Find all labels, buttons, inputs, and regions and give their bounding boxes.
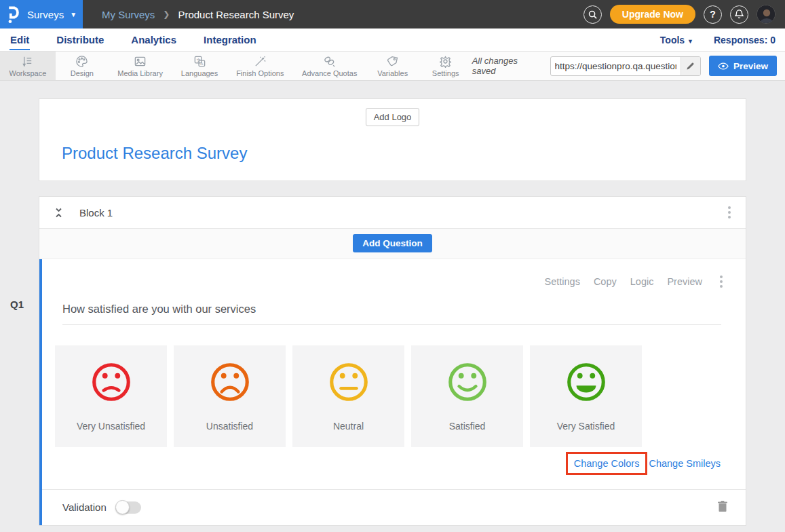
question-text[interactable]: How satisfied are you with our services bbox=[62, 303, 746, 316]
search-button[interactable] bbox=[583, 5, 602, 24]
survey-header-card: Add Logo Product Research Survey bbox=[39, 98, 746, 181]
chevron-down-icon: ▼ bbox=[70, 11, 77, 18]
smiley-very-unsatisfied-icon bbox=[89, 360, 134, 404]
toolbar-item-settings[interactable]: Settings bbox=[419, 52, 472, 80]
trash-icon bbox=[717, 500, 728, 512]
tab-distribute[interactable]: Distribute bbox=[56, 30, 104, 50]
question-actions: Settings Copy Logic Preview bbox=[42, 259, 746, 290]
search-icon bbox=[588, 10, 597, 19]
toolbar-item-design[interactable]: Design bbox=[56, 52, 109, 80]
option-unsatisfied[interactable]: Unsatisfied bbox=[174, 345, 286, 447]
navbar-actions: Upgrade Now ? bbox=[583, 5, 785, 24]
question-menu-kebab-icon[interactable] bbox=[716, 273, 727, 290]
top-navbar: Surveys ▼ My Surveys ❯ Product Research … bbox=[0, 0, 785, 28]
question-card: Settings Copy Logic Preview How satisfie… bbox=[39, 259, 746, 525]
gear-icon bbox=[439, 55, 452, 68]
edit-url-button[interactable] bbox=[681, 57, 700, 75]
breadcrumb-survey-title: Product Research Survey bbox=[178, 9, 294, 20]
change-smileys-link[interactable]: Change Smileys bbox=[649, 458, 721, 469]
breadcrumb: My Surveys ❯ Product Research Survey bbox=[102, 9, 294, 20]
breadcrumb-chevron-icon: ❯ bbox=[163, 10, 170, 19]
block-title[interactable]: Block 1 bbox=[79, 207, 113, 218]
question-preview-link[interactable]: Preview bbox=[667, 276, 702, 287]
add-question-button-top[interactable]: Add Question bbox=[353, 234, 432, 252]
toolbar-item-advance-quotas[interactable]: Advance Quotas bbox=[293, 52, 366, 80]
editor-toolbar: Workspace Design Media Library 文A Langua… bbox=[0, 52, 785, 81]
block-menu-kebab-icon[interactable] bbox=[724, 204, 735, 221]
option-label: Satisfied bbox=[449, 421, 486, 432]
question-id: Q1 bbox=[10, 299, 24, 310]
option-very-unsatisfied[interactable]: Very Unsatisfied bbox=[55, 345, 167, 447]
palette-icon bbox=[75, 55, 88, 68]
add-logo-wrap: Add Logo bbox=[39, 108, 746, 126]
validation-label: Validation bbox=[62, 501, 107, 513]
tabrow-right: Tools ▼ Responses: 0 bbox=[660, 35, 776, 45]
preview-button[interactable]: Preview bbox=[709, 56, 777, 76]
toolbar-item-workspace[interactable]: Workspace bbox=[0, 52, 56, 80]
option-satisfied[interactable]: Satisfied bbox=[411, 345, 523, 447]
product-name: Surveys bbox=[27, 9, 64, 20]
translate-icon: 文A bbox=[193, 55, 206, 68]
chain-link-icon bbox=[323, 55, 336, 68]
save-status: All changes saved bbox=[472, 56, 542, 76]
pencil-icon bbox=[686, 62, 695, 71]
tab-integration[interactable]: Integration bbox=[203, 30, 257, 50]
toolbar-item-languages[interactable]: 文A Languages bbox=[172, 52, 227, 80]
block-header: Block 1 bbox=[39, 197, 746, 229]
tag-icon bbox=[386, 55, 399, 68]
validation-toggle[interactable] bbox=[115, 501, 141, 514]
question-wrap: Q1 Settings Copy Logic Preview How satis… bbox=[39, 259, 746, 525]
delete-question-button[interactable] bbox=[717, 500, 728, 514]
collapse-block-button[interactable] bbox=[53, 206, 64, 219]
smiley-satisfied-icon bbox=[445, 360, 490, 404]
question-divider bbox=[62, 324, 721, 325]
app-logo-menu[interactable]: Surveys ▼ bbox=[0, 0, 83, 28]
notifications-button[interactable] bbox=[730, 5, 748, 24]
change-links-row: Change Colors Change Smileys bbox=[42, 452, 721, 475]
avatar-photo bbox=[757, 5, 776, 24]
toolbar-item-finish-options[interactable]: Finish Options bbox=[227, 52, 293, 80]
tab-analytics[interactable]: Analytics bbox=[130, 30, 177, 50]
option-very-satisfied[interactable]: Very Satisfied bbox=[530, 345, 642, 447]
questionpro-logo-icon bbox=[6, 5, 21, 24]
block-footer-row: Add Question ✂Page Break ☑Separator bbox=[39, 526, 746, 532]
bell-icon bbox=[735, 10, 744, 19]
question-settings-link[interactable]: Settings bbox=[544, 276, 579, 287]
survey-editor-canvas: Add Logo Product Research Survey Block 1… bbox=[0, 81, 785, 532]
svg-text:A: A bbox=[200, 61, 204, 66]
toolbar-item-variables[interactable]: Variables bbox=[366, 52, 419, 80]
toggle-knob bbox=[115, 500, 130, 514]
block-card: Block 1 Add Question Q1 Settings Copy Lo… bbox=[39, 196, 746, 526]
toolbar-right: All changes saved Preview bbox=[472, 52, 785, 80]
survey-url-input[interactable] bbox=[551, 61, 681, 71]
survey-url-group bbox=[550, 56, 701, 76]
tools-menu[interactable]: Tools ▼ bbox=[660, 35, 693, 45]
breadcrumb-my-surveys[interactable]: My Surveys bbox=[102, 9, 155, 20]
responses-count: Responses: 0 bbox=[714, 35, 776, 45]
option-neutral[interactable]: Neutral bbox=[292, 345, 404, 447]
add-logo-button[interactable]: Add Logo bbox=[366, 108, 420, 126]
eye-icon bbox=[718, 62, 729, 70]
smiley-unsatisfied-icon bbox=[208, 360, 252, 404]
change-colors-highlight-box: Change Colors bbox=[566, 452, 648, 475]
smiley-neutral-icon bbox=[326, 360, 371, 404]
option-label: Very Unsatisfied bbox=[77, 421, 145, 432]
question-copy-link[interactable]: Copy bbox=[594, 276, 617, 287]
survey-section-tabs: Edit Distribute Analytics Integration To… bbox=[0, 28, 785, 52]
collapse-icon bbox=[54, 208, 63, 218]
smiley-options: Very Unsatisfied Unsatisfied Neutral Sat… bbox=[55, 345, 746, 447]
workspace-icon bbox=[21, 55, 34, 68]
user-avatar[interactable] bbox=[757, 5, 776, 24]
toolbar-item-media-library[interactable]: Media Library bbox=[109, 52, 172, 80]
upgrade-now-button[interactable]: Upgrade Now bbox=[610, 5, 695, 24]
chevron-down-icon: ▼ bbox=[687, 38, 693, 45]
question-logic-link[interactable]: Logic bbox=[630, 276, 654, 287]
survey-title[interactable]: Product Research Survey bbox=[62, 144, 746, 163]
add-question-strip: Add Question bbox=[39, 229, 746, 259]
change-colors-link[interactable]: Change Colors bbox=[574, 458, 640, 469]
tab-edit[interactable]: Edit bbox=[9, 30, 30, 50]
magic-wand-icon bbox=[254, 55, 267, 68]
option-label: Unsatisfied bbox=[206, 421, 253, 432]
help-button[interactable]: ? bbox=[704, 5, 722, 24]
validation-row: Validation bbox=[42, 489, 746, 525]
